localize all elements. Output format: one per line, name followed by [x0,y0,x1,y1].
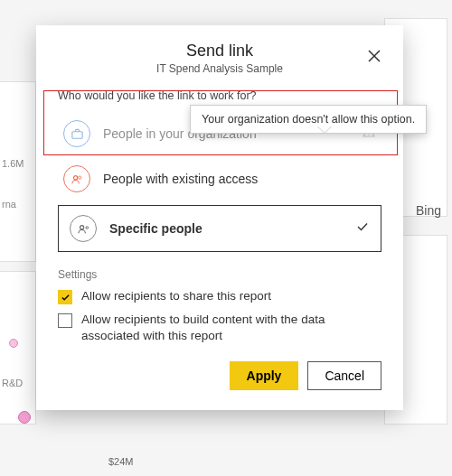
svg-point-4 [78,176,80,179]
link-scope-prompt: Who would you like the link to work for? [58,89,381,102]
svg-point-2 [368,134,369,135]
svg-point-5 [80,225,83,229]
close-icon [367,49,381,63]
bg-value-24m: $24M [108,456,134,467]
apply-button[interactable]: Apply [230,361,299,390]
setting-allow-build-label: Allow recipients to build content with t… [81,312,381,344]
checkmark-icon [355,219,370,238]
cancel-button[interactable]: Cancel [307,361,381,390]
dialog-title: Send link [58,42,381,61]
dialog-subtitle: IT Spend Analysis Sample [58,62,381,75]
svg-rect-0 [71,131,81,138]
setting-allow-share-label: Allow recipients to share this report [81,288,271,304]
setting-allow-share[interactable]: Allow recipients to share this report [58,288,381,304]
setting-allow-build[interactable]: Allow recipients to build content with t… [58,312,381,344]
option-existing-label: People with existing access [103,172,376,186]
option-specific-label: Specific people [109,221,343,236]
people-icon [63,165,90,192]
check-icon [61,293,71,303]
close-button[interactable] [362,43,387,69]
svg-point-6 [85,226,88,229]
bg-label-rna: rna [2,199,16,210]
settings-header: Settings [58,268,381,281]
checkbox-allow-share[interactable] [58,290,72,304]
svg-point-3 [73,175,77,179]
bg-value-1-6m: 1.6M [2,158,24,169]
briefcase-icon [63,120,90,147]
person-icon [70,215,97,242]
checkbox-allow-build[interactable] [58,313,72,328]
bing-attribution: Bing [416,203,441,218]
send-link-dialog: Send link IT Spend Analysis Sample Who w… [36,25,403,410]
option-existing-access[interactable]: People with existing access [58,156,381,201]
tooltip-text: Your organization doesn't allow this opt… [202,113,415,126]
disabled-option-tooltip: Your organization doesn't allow this opt… [190,105,427,134]
option-specific-people[interactable]: Specific people [58,205,381,252]
bg-label-rd: R&D [2,378,23,388]
